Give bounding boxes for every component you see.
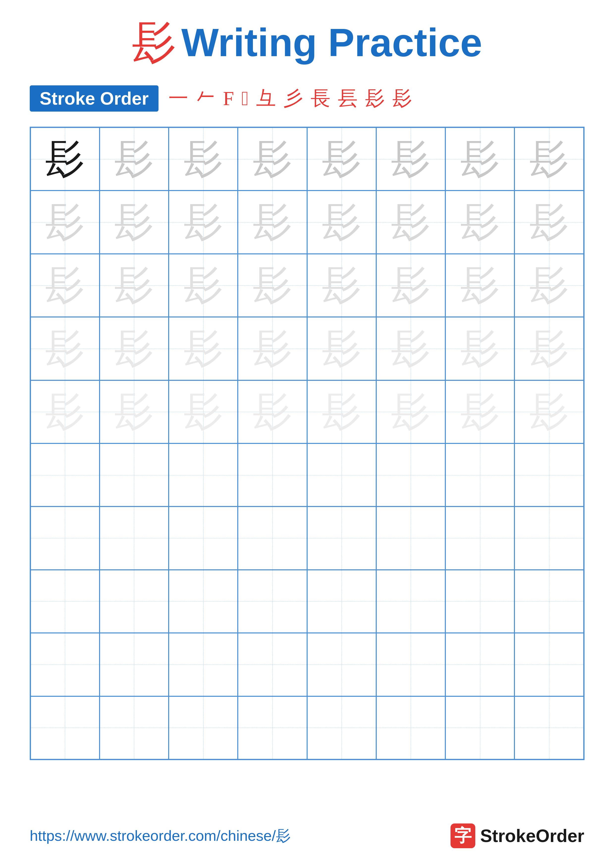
grid-cell-empty[interactable] <box>238 633 307 696</box>
grid-cell[interactable]: 髟 <box>238 254 307 317</box>
char-light: 髟 <box>114 385 154 439</box>
grid-cell[interactable]: 髟 <box>99 317 169 380</box>
char-light: 髟 <box>253 132 292 186</box>
grid-cell-empty[interactable] <box>515 443 583 507</box>
grid-cell[interactable]: 髟 <box>376 254 445 317</box>
grid-cell[interactable]: 髟 <box>99 191 169 254</box>
char-light: 髟 <box>391 259 431 312</box>
grid-cell-empty[interactable] <box>238 570 307 633</box>
grid-cell[interactable]: 髟 <box>31 380 99 443</box>
practice-grid: 髟 髟 髟 髟 髟 髟 髟 髟 髟 髟 髟 髟 髟 髟 髟 髟 髟 髟 髟 髟 … <box>30 127 584 760</box>
grid-cell[interactable]: 髟 <box>31 127 99 191</box>
grid-cell[interactable]: 髟 <box>515 254 583 317</box>
title-area: 髟 Writing Practice <box>132 20 482 65</box>
grid-cell-empty[interactable] <box>515 507 583 570</box>
grid-cell-empty[interactable] <box>515 570 583 633</box>
grid-cell-empty[interactable] <box>99 507 169 570</box>
grid-cell[interactable]: 髟 <box>515 380 583 443</box>
grid-cell-empty[interactable] <box>376 507 445 570</box>
grid-cell-empty[interactable] <box>31 633 99 696</box>
grid-cell[interactable]: 髟 <box>307 317 376 380</box>
stroke-order-badge: Stroke Order <box>30 85 159 112</box>
grid-cell-empty[interactable] <box>99 633 169 696</box>
char-light: 髟 <box>114 259 154 312</box>
grid-cell-empty[interactable] <box>238 507 307 570</box>
grid-cell-empty[interactable] <box>99 443 169 507</box>
grid-cell[interactable]: 髟 <box>169 380 238 443</box>
grid-cell-empty[interactable] <box>238 443 307 507</box>
grid-cell[interactable]: 髟 <box>515 317 583 380</box>
grid-cell-empty[interactable] <box>515 633 583 696</box>
grid-cell[interactable]: 髟 <box>445 127 515 191</box>
char-light: 髟 <box>322 385 361 439</box>
char-light: 髟 <box>114 132 154 186</box>
char-light: 髟 <box>114 195 154 249</box>
grid-cell[interactable]: 髟 <box>445 191 515 254</box>
footer-url[interactable]: https://www.strokeorder.com/chinese/髟 <box>30 826 291 846</box>
grid-cell-empty[interactable] <box>445 570 515 633</box>
grid-cell[interactable]: 髟 <box>307 191 376 254</box>
grid-cell-empty[interactable] <box>169 507 238 570</box>
grid-cell-empty[interactable] <box>31 696 99 760</box>
grid-cell[interactable]: 髟 <box>376 127 445 191</box>
grid-cell[interactable]: 髟 <box>238 127 307 191</box>
char-light: 髟 <box>460 259 500 312</box>
char-light: 髟 <box>529 195 569 249</box>
char-light: 髟 <box>253 195 292 249</box>
grid-cell[interactable]: 髟 <box>31 254 99 317</box>
grid-cell[interactable]: 髟 <box>376 317 445 380</box>
grid-cell[interactable]: 髟 <box>445 317 515 380</box>
grid-cell[interactable]: 髟 <box>99 127 169 191</box>
grid-cell-empty[interactable] <box>169 633 238 696</box>
grid-cell-empty[interactable] <box>445 443 515 507</box>
grid-cell-empty[interactable] <box>445 633 515 696</box>
grid-cell[interactable]: 髟 <box>238 191 307 254</box>
grid-cell-empty[interactable] <box>169 443 238 507</box>
grid-cell-empty[interactable] <box>99 570 169 633</box>
grid-cell-empty[interactable] <box>31 507 99 570</box>
grid-cell[interactable]: 髟 <box>307 127 376 191</box>
grid-cell[interactable]: 髟 <box>99 254 169 317</box>
grid-cell-empty[interactable] <box>307 633 376 696</box>
grid-cell-empty[interactable] <box>238 696 307 760</box>
grid-cell[interactable]: 髟 <box>445 380 515 443</box>
grid-cell[interactable]: 髟 <box>515 127 583 191</box>
grid-cell[interactable]: 髟 <box>238 380 307 443</box>
grid-cell-empty[interactable] <box>31 443 99 507</box>
grid-cell-empty[interactable] <box>445 696 515 760</box>
title-char: 髟 <box>132 20 176 65</box>
grid-cell[interactable]: 髟 <box>31 191 99 254</box>
char-light: 髟 <box>45 195 85 249</box>
grid-cell-empty[interactable] <box>376 696 445 760</box>
grid-cell[interactable]: 髟 <box>376 380 445 443</box>
grid-cell[interactable]: 髟 <box>515 191 583 254</box>
grid-cell[interactable]: 髟 <box>307 380 376 443</box>
grid-cell[interactable]: 髟 <box>238 317 307 380</box>
char-light: 髟 <box>460 322 500 375</box>
grid-cell-empty[interactable] <box>307 443 376 507</box>
grid-cell[interactable]: 髟 <box>445 254 515 317</box>
grid-cell[interactable]: 髟 <box>169 317 238 380</box>
grid-cell-empty[interactable] <box>307 570 376 633</box>
grid-cell[interactable]: 髟 <box>169 254 238 317</box>
title-text: Writing Practice <box>181 20 482 65</box>
grid-cell-empty[interactable] <box>307 507 376 570</box>
stroke-step-8: 镸 <box>338 85 358 112</box>
grid-cell-empty[interactable] <box>515 696 583 760</box>
grid-cell-empty[interactable] <box>445 507 515 570</box>
grid-cell-empty[interactable] <box>169 696 238 760</box>
grid-cell[interactable]: 髟 <box>307 254 376 317</box>
grid-cell-empty[interactable] <box>376 443 445 507</box>
grid-cell-empty[interactable] <box>376 570 445 633</box>
grid-cell-empty[interactable] <box>376 633 445 696</box>
grid-cell[interactable]: 髟 <box>169 127 238 191</box>
grid-cell-empty[interactable] <box>31 570 99 633</box>
grid-cell-empty[interactable] <box>169 570 238 633</box>
grid-cell-empty[interactable] <box>99 696 169 760</box>
grid-cell[interactable]: 髟 <box>99 380 169 443</box>
grid-cell[interactable]: 髟 <box>31 317 99 380</box>
grid-cell[interactable]: 髟 <box>169 191 238 254</box>
stroke-step-3: F <box>223 87 234 110</box>
grid-cell-empty[interactable] <box>307 696 376 760</box>
grid-cell[interactable]: 髟 <box>376 191 445 254</box>
